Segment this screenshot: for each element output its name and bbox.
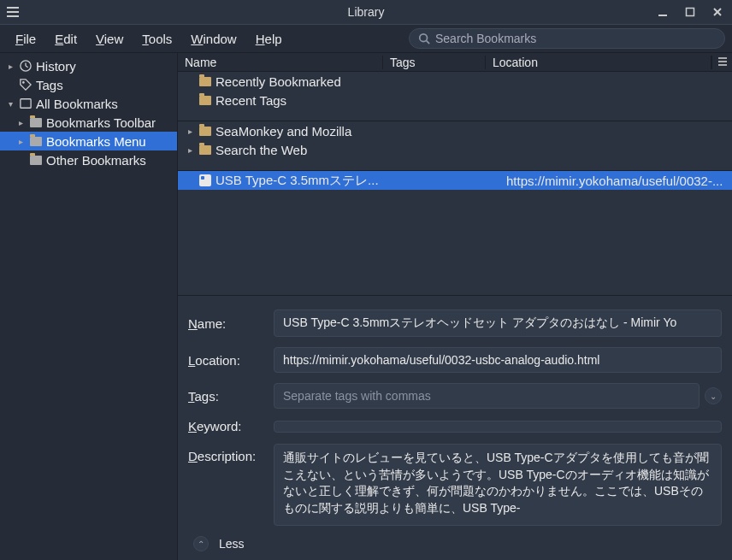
folder-icon	[198, 93, 212, 107]
label-tags: Tags:	[188, 389, 274, 404]
sidebar-item-tags[interactable]: Tags	[0, 75, 177, 94]
sidebar-item-all-bookmarks[interactable]: ▾ All Bookmarks	[0, 94, 177, 113]
menu-help[interactable]: Help	[247, 28, 291, 50]
list-item-seamonkey[interactable]: ▸ SeaMonkey and Mozilla	[178, 121, 732, 140]
sidebar-item-label: Bookmarks Toolbar	[46, 115, 156, 130]
sidebar-item-other-bookmarks[interactable]: Other Bookmarks	[0, 150, 177, 169]
sidebar-item-bookmarks-menu[interactable]: ▸ Bookmarks Menu	[0, 132, 177, 150]
sidebar-item-label: Bookmarks Menu	[46, 134, 146, 149]
search-icon	[418, 32, 430, 44]
folder-icon	[29, 134, 43, 148]
svg-rect-10	[21, 99, 31, 109]
item-name: Recent Tags	[215, 93, 404, 108]
column-name[interactable]: Name	[178, 56, 383, 69]
list-header: Name Tags Location	[178, 53, 732, 72]
maximize-button[interactable]	[682, 4, 698, 20]
menu-window[interactable]: Window	[182, 28, 245, 50]
label-location: Location:	[188, 353, 274, 368]
expand-icon: ▸	[185, 145, 195, 155]
page-icon	[198, 174, 212, 187]
bookmarks-icon	[19, 97, 32, 110]
folder-icon	[29, 115, 43, 129]
item-name: SeaMonkey and Mozilla	[215, 124, 404, 139]
menubar: File Edit View Tools Window Help Search …	[0, 24, 732, 53]
svg-line-8	[26, 66, 28, 68]
sidebar-item-history[interactable]: ▸ History	[0, 56, 177, 75]
list-empty-area[interactable]	[178, 190, 732, 295]
menu-file[interactable]: File	[7, 28, 44, 50]
menu-view[interactable]: View	[87, 28, 132, 50]
collapse-icon: ▾	[5, 99, 15, 109]
list-item-recently-bookmarked[interactable]: Recently Bookmarked	[178, 72, 732, 91]
less-label[interactable]: Less	[219, 537, 245, 551]
location-field[interactable]: https://mimir.yokohama/useful/0032-usbc-…	[274, 347, 722, 373]
sidebar-item-label: Other Bookmarks	[46, 153, 146, 168]
menu-tools[interactable]: Tools	[133, 28, 180, 50]
folder-icon	[198, 74, 212, 88]
separator	[178, 159, 732, 171]
tags-expand-button[interactable]: ⌄	[705, 387, 722, 404]
item-name: Search the Web	[215, 143, 404, 157]
minimize-button[interactable]	[655, 4, 670, 20]
details-panel: Name: USB Type-C 3.5mmステレオヘッドセット アダプタのおは…	[178, 295, 732, 560]
expand-icon: ▸	[15, 137, 26, 146]
column-tags[interactable]: Tags	[383, 56, 486, 69]
folder-icon	[198, 143, 212, 156]
label-description: Description:	[188, 444, 274, 463]
tags-field[interactable]: Separate tags with commas	[274, 383, 700, 409]
description-field[interactable]: 通販サイトのレビューを見ていると、USB Type-Cアダプタを使用しても音が聞…	[274, 444, 722, 526]
item-name: Recently Bookmarked	[215, 74, 404, 89]
search-input[interactable]: Search Bookmarks	[409, 28, 725, 49]
svg-rect-11	[718, 57, 727, 59]
close-button[interactable]	[710, 4, 725, 20]
expand-icon: ▸	[5, 62, 15, 71]
list-item-recent-tags[interactable]: Recent Tags	[178, 91, 732, 109]
clock-icon	[19, 59, 32, 73]
sidebar-item-label: History	[36, 59, 76, 74]
list-item-selected-bookmark[interactable]: USB Type-C 3.5mmステレ... https://mimir.yok…	[178, 171, 732, 190]
folder-icon	[198, 124, 212, 138]
svg-rect-13	[718, 64, 727, 66]
item-location: https://mimir.yokohama/useful/0032-...	[506, 174, 732, 188]
svg-line-5	[427, 41, 430, 44]
svg-rect-12	[718, 61, 727, 62]
search-placeholder: Search Bookmarks	[435, 32, 536, 45]
expand-icon: ▸	[15, 118, 26, 127]
name-field[interactable]: USB Type-C 3.5mmステレオヘッドセット アダプタのおはなし - M…	[274, 309, 722, 337]
menu-edit[interactable]: Edit	[46, 28, 86, 50]
svg-rect-1	[687, 9, 694, 16]
item-name: USB Type-C 3.5mmステレ...	[215, 173, 404, 189]
sidebar-item-bookmarks-toolbar[interactable]: ▸ Bookmarks Toolbar	[0, 113, 177, 132]
expand-icon: ▸	[185, 127, 195, 136]
titlebar: Library	[0, 0, 732, 24]
tag-icon	[19, 78, 32, 91]
window-title: Library	[348, 5, 385, 19]
folder-icon	[29, 153, 43, 167]
main-panel: Name Tags Location Recently Bookmarked R…	[178, 53, 732, 560]
list-item-search-web[interactable]: ▸ Search the Web	[178, 140, 732, 159]
label-keyword: Keyword:	[188, 419, 274, 433]
sidebar-item-label: Tags	[36, 78, 63, 92]
svg-point-9	[22, 81, 25, 84]
column-location[interactable]: Location	[486, 56, 711, 69]
collapse-details-button[interactable]: ⌃	[193, 536, 209, 551]
label-name: Name:	[188, 316, 274, 331]
svg-point-4	[420, 34, 428, 42]
sidebar-item-label: All Bookmarks	[36, 97, 118, 111]
keyword-field[interactable]	[274, 421, 722, 433]
separator	[178, 109, 732, 121]
sidebar: ▸ History Tags ▾ All Bookmarks ▸ Bookmar…	[0, 53, 178, 560]
list-body: Recently Bookmarked Recent Tags ▸ SeaMon…	[178, 72, 732, 190]
column-picker-button[interactable]	[711, 56, 732, 69]
app-menu-button[interactable]	[7, 7, 19, 17]
